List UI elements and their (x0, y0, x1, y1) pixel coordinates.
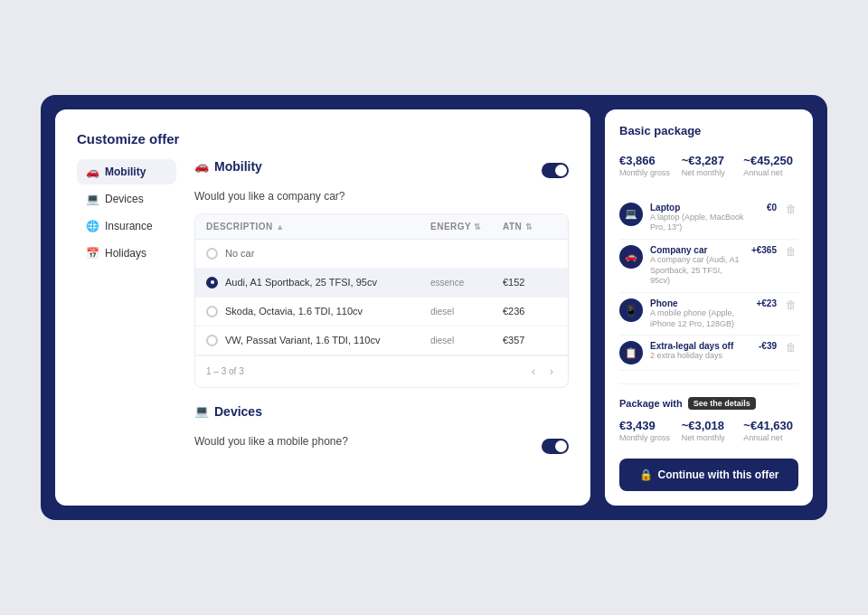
delete-extra-days-button[interactable]: 🗑 (784, 341, 798, 354)
benefit-phone-info: Phone A mobile phone (Apple, iPhone 12 P… (650, 298, 749, 329)
sidebar-nav: 🚗 Mobility 💻 Devices 🌐 Insurance 📅 Holid… (77, 159, 176, 466)
basic-annual-net: ~€45,250 Annual net (743, 154, 798, 177)
basic-net-monthly: ~€3,287 Net monthly (682, 154, 737, 177)
radio-audi[interactable] (206, 277, 218, 289)
benefit-extra-days-desc: 2 extra holiday days (650, 351, 751, 362)
basic-monthly-gross-label: Monthly gross (619, 168, 675, 177)
benefit-car-name: Company car (650, 245, 744, 255)
pagination-label: 1 – 3 of 3 (206, 366, 244, 376)
devices-question: Would you like a mobile phone? (194, 435, 348, 448)
devices-icon: 💻 (86, 193, 99, 205)
car-name-skoda: Skoda, Octavia, 1.6 TDI, 110cv (225, 306, 363, 317)
fuel-skoda: diesel (430, 307, 503, 317)
row-label: VW, Passat Variant, 1.6 TDI, 110cv (206, 335, 430, 346)
devices-toggle[interactable] (542, 439, 569, 454)
row-label: Audi, A1 Sportback, 25 TFSI, 95cv (206, 277, 430, 289)
radio-vw[interactable] (206, 335, 218, 346)
benefit-company-car: 🚗 Company car A company car (Audi, A1 Sp… (619, 240, 798, 293)
radio-no-car[interactable] (206, 248, 218, 260)
divider (619, 383, 798, 384)
benefit-car-desc: A company car (Audi, A1 Sportback, 25 TF… (650, 255, 744, 287)
sidebar-item-mobility[interactable]: 🚗 Mobility (77, 159, 176, 184)
basic-monthly-gross-amount: €3,866 (619, 154, 675, 167)
phone-icon: 📱 (619, 298, 643, 322)
car-table: DESCRIPTION ▲ ENERGY ⇅ ATN ⇅ No car (194, 213, 569, 388)
pkg-net-monthly-label: Net monthly (682, 433, 737, 442)
delete-laptop-button[interactable]: 🗑 (784, 203, 798, 215)
mobility-section-icon: 🚗 (194, 159, 209, 173)
sidebar-item-insurance[interactable]: 🌐 Insurance (77, 213, 176, 239)
benefit-extra-days-price: -€39 (759, 341, 777, 351)
continue-label: Continue with this offer (658, 468, 779, 481)
table-row[interactable]: No car (195, 240, 568, 269)
package-with-title: Package with See the details (619, 397, 798, 410)
devices-section-title: 💻 Devices (194, 404, 262, 419)
left-panel: Customize offer 🚗 Mobility 💻 Devices 🌐 I… (55, 109, 590, 506)
benefit-car-info: Company car A company car (Audi, A1 Spor… (650, 245, 744, 287)
page-title: Customize offer (77, 131, 569, 147)
benefits-list: 💻 Laptop A laptop (Apple, MacBook Pro, 1… (619, 197, 798, 372)
see-details-badge[interactable]: See the details (688, 397, 756, 410)
delete-car-button[interactable]: 🗑 (784, 245, 798, 258)
car-name-audi: Audi, A1 Sportback, 25 TFSI, 95cv (225, 277, 377, 288)
price-skoda: €236 (503, 306, 557, 317)
prev-arrow[interactable]: ‹ (528, 364, 539, 380)
col-energy: ENERGY ⇅ (430, 222, 503, 232)
continue-button[interactable]: 🔒 Continue with this offer (619, 459, 798, 491)
main-content: 🚗 Mobility Would you like a company car?… (194, 159, 569, 466)
basic-package-title: Basic package (619, 124, 798, 137)
table-row[interactable]: Audi, A1 Sportback, 25 TFSI, 95cv essenc… (195, 269, 568, 298)
pkg-monthly-gross-amount: €3,439 (619, 419, 675, 432)
mobility-section: 🚗 Mobility Would you like a company car?… (194, 159, 569, 388)
table-row[interactable]: VW, Passat Variant, 1.6 TDI, 110cv diese… (195, 326, 568, 355)
delete-phone-button[interactable]: 🗑 (784, 298, 798, 311)
company-car-icon: 🚗 (619, 245, 643, 269)
mobility-icon: 🚗 (86, 166, 99, 178)
main-card: Customize offer 🚗 Mobility 💻 Devices 🌐 I… (41, 95, 827, 521)
basic-annual-net-amount: ~€45,250 (743, 154, 798, 167)
benefit-phone: 📱 Phone A mobile phone (Apple, iPhone 12… (619, 293, 798, 336)
benefit-laptop-price: €0 (767, 203, 777, 213)
table-row[interactable]: Skoda, Octavia, 1.6 TDI, 110cv diesel €2… (195, 298, 568, 326)
col-description: DESCRIPTION ▲ (206, 222, 430, 232)
basic-net-monthly-label: Net monthly (682, 168, 737, 177)
table-footer: 1 – 3 of 3 ‹ › (195, 355, 568, 387)
continue-icon: 🔒 (639, 468, 653, 481)
radio-skoda[interactable] (206, 306, 218, 317)
row-label: Skoda, Octavia, 1.6 TDI, 110cv (206, 306, 430, 317)
mobility-question: Would you like a company car? (194, 190, 569, 203)
benefit-phone-price: +€23 (756, 298, 777, 308)
benefit-laptop: 💻 Laptop A laptop (Apple, MacBook Pro, 1… (619, 197, 798, 240)
next-arrow[interactable]: › (546, 364, 557, 380)
car-name-vw: VW, Passat Variant, 1.6 TDI, 110cv (225, 335, 380, 345)
pkg-annual-net-amount: ~€41,630 (743, 419, 798, 432)
pkg-annual-net: ~€41,630 Annual net (743, 419, 798, 442)
sidebar-item-insurance-label: Insurance (105, 220, 153, 232)
holidays-icon: 📅 (86, 247, 99, 260)
pkg-net-monthly: ~€3,018 Net monthly (682, 419, 737, 442)
sidebar-item-holidays[interactable]: 📅 Holidays (77, 241, 176, 266)
mobility-toggle[interactable] (542, 163, 569, 178)
benefit-extra-days: 📋 Extra-legal days off 2 extra holiday d… (619, 336, 798, 371)
benefit-phone-name: Phone (650, 298, 749, 308)
devices-section-icon: 💻 (194, 404, 209, 418)
pkg-monthly-gross: €3,439 Monthly gross (619, 419, 675, 442)
sidebar-item-holidays-label: Holidays (105, 247, 146, 260)
sidebar-item-devices[interactable]: 💻 Devices (77, 186, 176, 212)
pkg-monthly-gross-label: Monthly gross (619, 433, 675, 442)
right-panel: Basic package €3,866 Monthly gross ~€3,2… (605, 109, 813, 506)
mobility-section-title: 🚗 Mobility (194, 159, 262, 174)
package-with-price-row: €3,439 Monthly gross ~€3,018 Net monthly… (619, 419, 798, 442)
pkg-annual-net-label: Annual net (743, 433, 798, 442)
laptop-icon: 💻 (619, 203, 643, 226)
benefit-laptop-desc: A laptop (Apple, MacBook Pro, 13") (650, 213, 760, 233)
fuel-vw: diesel (430, 336, 503, 345)
sidebar-item-mobility-label: Mobility (105, 166, 146, 178)
benefit-laptop-info: Laptop A laptop (Apple, MacBook Pro, 13"… (650, 203, 760, 233)
insurance-icon: 🌐 (86, 220, 99, 232)
basic-monthly-gross: €3,866 Monthly gross (619, 154, 675, 177)
benefit-laptop-name: Laptop (650, 203, 760, 213)
basic-price-row: €3,866 Monthly gross ~€3,287 Net monthly… (619, 154, 798, 177)
fuel-audi: essence (430, 278, 503, 288)
devices-section: 💻 Devices Would you like a mobile phone? (194, 404, 569, 459)
